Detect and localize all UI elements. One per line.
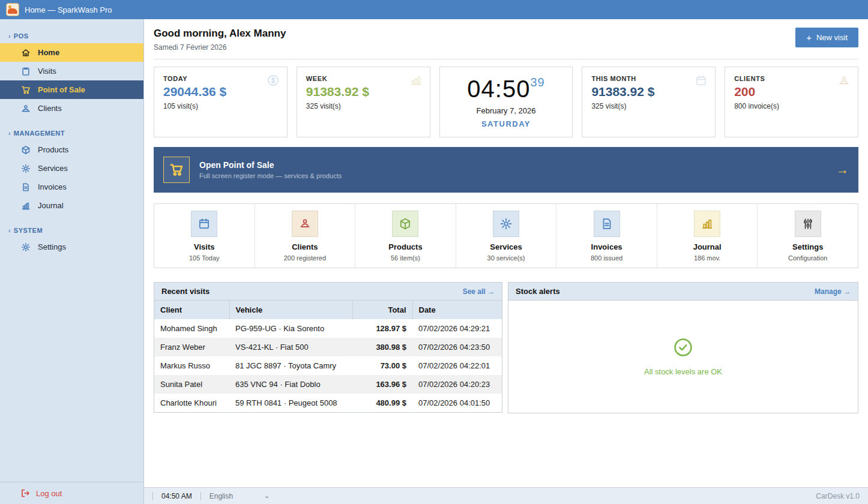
stock-alerts-body: All stock levels are OK [508,301,858,413]
banner-subtitle: Full screen register mode — services & p… [199,172,342,179]
person-icon [292,211,318,237]
clipboard-icon [20,66,31,76]
bar-chart-icon [410,74,422,89]
tile-label: Services [490,242,522,251]
home-icon [20,47,31,58]
tile-label: Clients [292,242,318,251]
sidebar-item-visits[interactable]: Visits [0,62,143,80]
cell-vehicle: 59 RTH 0841 · Peugeot 5008 [229,394,352,412]
banner-title: Open Point of Sale [199,160,342,170]
tile-products[interactable]: Products 56 item(s) [355,204,456,268]
tile-visits[interactable]: Visits 105 Today [154,204,255,268]
sidebar-item-home[interactable]: Home [0,43,143,62]
tile-clients[interactable]: Clients 200 registered [255,204,356,268]
table-row[interactable]: Sunita Patel 635 VNC 94 · Fiat Doblo 163… [154,375,502,394]
cell-client: Markus Russo [154,356,229,375]
sidebar-section-system: › SYSTEM [0,222,143,238]
bar-chart-icon [694,211,720,237]
cell-date: 07/02/2026 04:20:23 [412,375,502,394]
col-header-client: Client [154,301,229,319]
cell-date: 07/02/2026 04:23:50 [412,338,502,356]
sidebar-item-point-of-sale[interactable]: Point of Sale [0,80,143,99]
quick-tiles: Visits 105 Today Clients 200 registered … [154,203,858,268]
stat-value: 200 [734,85,849,99]
section-label: SYSTEM [14,227,43,234]
stat-card-today: TODAY 29044.36 $ 105 visit(s) [154,67,288,137]
sidebar-section-pos: › POS [0,28,143,43]
table-row[interactable]: Markus Russo 81 JGC 8897 · Toyota Camry … [154,356,502,375]
sidebar-item-label: Products [38,145,68,154]
tile-journal[interactable]: Journal 186 mov. [657,204,758,268]
chevron-right-icon: › [8,227,11,234]
stat-card-month: THIS MONTH 91383.92 $ 325 visit(s) [582,67,716,137]
stock-ok-message: All stock levels are OK [644,367,722,376]
new-visit-button[interactable]: + New visit [795,28,858,47]
page-header: Good morning, Alex Manny Samedi 7 Févrie… [154,28,858,59]
sidebar-item-clients[interactable]: Clients [0,99,143,118]
new-visit-label: New visit [816,33,848,42]
tile-services[interactable]: Services 30 service(s) [456,204,557,268]
stat-sub: 800 invoice(s) [734,102,849,110]
tile-sub: Configuration [788,254,827,262]
cell-total: 163.96 $ [352,375,412,394]
page-date: Samedi 7 Février 2026 [154,43,286,52]
cell-total: 128.97 $ [352,319,412,338]
logout-button[interactable]: Log out [0,482,143,504]
calendar-icon [695,74,707,89]
cell-total: 380.98 $ [352,338,412,356]
manage-link[interactable]: Manage → [815,287,851,296]
sidebar-item-label: Services [38,164,68,173]
stat-sub: 325 visit(s) [306,102,421,110]
plus-icon: + [806,32,812,43]
arrow-right-icon: → [836,163,849,177]
tile-sub: 56 item(s) [391,254,420,262]
cube-icon [392,211,418,237]
dollar-icon [267,74,279,89]
people-icon [20,103,31,113]
cell-vehicle: PG-959-UG · Kia Sorento [229,319,352,338]
clock-card: 04:5039 February 7, 2026 SATURDAY [439,67,573,137]
tile-sub: 200 registered [284,254,326,262]
table-row[interactable]: Franz Weber VS-421-KL · Fiat 500 380.98 … [154,338,502,356]
see-all-link[interactable]: See all → [463,287,495,296]
cell-date: 07/02/2026 04:22:01 [412,356,502,375]
clock-hhmm: 04:50 [467,76,530,102]
gear-icon [20,163,31,173]
table-row[interactable]: Charlotte Khouri 59 RTH 0841 · Peugeot 5… [154,394,502,412]
col-header-date: Date [412,301,502,319]
table-row[interactable]: Mohamed Singh PG-959-UG · Kia Sorento 12… [154,319,502,338]
tile-settings[interactable]: Settings Configuration [758,204,858,268]
gear-icon [20,242,31,252]
sidebar-item-services[interactable]: Services [0,159,143,178]
sidebar-item-settings[interactable]: Settings [0,238,143,256]
tile-sub: 30 service(s) [487,254,525,262]
sidebar-item-journal[interactable]: Journal [0,196,143,215]
tile-sub: 800 issued [591,254,622,262]
cell-client: Sunita Patel [154,375,229,394]
stat-sub: 325 visit(s) [591,102,706,110]
app-version: CarDesk v1.0 [816,492,860,500]
sidebar-item-label: Visits [38,67,56,76]
cell-date: 07/02/2026 04:29:21 [412,319,502,338]
panel-title: Stock alerts [516,287,560,296]
open-pos-banner[interactable]: Open Point of Sale Full screen register … [154,147,858,193]
recent-visits-header: Recent visits See all → [154,283,502,301]
logout-icon [20,488,30,498]
section-label: POS [14,32,29,40]
language-value: English [209,492,233,500]
tile-label: Journal [693,242,722,251]
sidebar-item-products[interactable]: Products [0,140,143,159]
stock-alerts-header: Stock alerts Manage → [508,283,858,301]
divider [152,492,153,500]
language-select[interactable]: English ⌄ [209,492,270,500]
chevron-right-icon: › [8,33,11,40]
sidebar-item-label: Home [38,48,59,57]
stat-label: TODAY [163,75,278,82]
cell-date: 07/02/2026 04:01:50 [412,394,502,412]
sidebar-item-invoices[interactable]: Invoices [0,178,143,196]
tile-label: Visits [194,242,214,251]
tile-invoices[interactable]: Invoices 800 issued [556,204,657,268]
tile-label: Settings [792,242,823,251]
cell-client: Mohamed Singh [154,319,229,338]
status-bar: 04:50 AM English ⌄ CarDesk v1.0 [144,487,868,504]
